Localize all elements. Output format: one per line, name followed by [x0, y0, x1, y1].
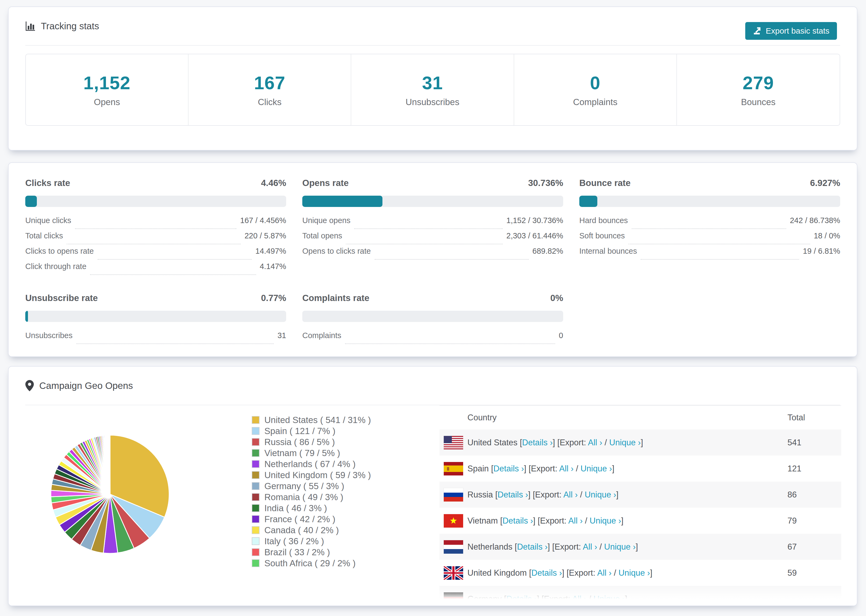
export-all-link[interactable]: All › — [583, 542, 597, 552]
details-link[interactable]: Details › — [522, 438, 553, 447]
legend-item: Romania ( 49 / 3% ) — [252, 492, 371, 503]
details-link[interactable]: Details › — [502, 516, 533, 525]
export-unique-link[interactable]: Unique › — [604, 542, 636, 552]
bracket: ] — [650, 568, 652, 578]
export-unique-link[interactable]: Unique › — [585, 490, 616, 499]
export-label: [Export: — [552, 542, 583, 552]
rate-title: Unsubscribe rate — [25, 293, 98, 303]
export-all-link[interactable]: All › — [568, 516, 583, 525]
export-label: [Export: — [542, 594, 572, 603]
rate-progress-bar — [25, 196, 286, 207]
rate-detail-label: Total opens — [302, 231, 342, 240]
geo-table-row-vn: Vietnam [Details ›] [Export: All › / Uni… — [439, 508, 841, 534]
es-flag-icon — [444, 462, 463, 475]
country-name: Vietnam — [468, 516, 500, 525]
dotted-leader — [67, 244, 241, 244]
dotted-leader — [76, 344, 274, 344]
geo-header: Campaign Geo Opens — [25, 366, 840, 405]
rate-block-clicks-rate: Clicks rate4.46%Unique clicks167 / 4.456… — [25, 163, 286, 278]
tracking-stats-header: Tracking stats — [25, 7, 840, 46]
geo-country-table: Country Total United States [Details ›] … — [439, 405, 841, 606]
rate-value: 30.736% — [528, 178, 563, 188]
export-all-link[interactable]: All › — [588, 438, 602, 447]
legend-swatch — [252, 438, 260, 446]
legend-label: Germany ( 55 / 3% ) — [265, 481, 344, 491]
rate-block-unsubscribe-rate: Unsubscribe rate0.77%Unsubscribes31 — [25, 278, 286, 346]
summary-stat-label: Unsubscribes — [406, 97, 459, 107]
geo-table-row-es: Spain [Details ›] [Export: All › / Uniqu… — [439, 456, 841, 482]
export-label: [Export: — [538, 516, 568, 525]
details-link[interactable]: Details › — [506, 594, 537, 603]
rate-detail-row: Unique opens1,152 / 30.736% — [302, 216, 563, 231]
rate-detail-value: 689.82% — [532, 247, 564, 256]
export-unique-link[interactable]: Unique › — [589, 516, 621, 525]
legend-swatch — [252, 449, 260, 457]
export-all-link[interactable]: All › — [564, 490, 578, 499]
legend-item: Netherlands ( 67 / 4% ) — [252, 459, 371, 470]
rate-progress-bar — [25, 311, 286, 322]
rate-detail-value: 1,152 / 30.736% — [506, 216, 563, 225]
legend-swatch — [252, 460, 260, 468]
geo-pie-chart[interactable] — [47, 431, 173, 558]
legend-swatch — [252, 482, 260, 490]
rate-detail-value: 0 — [559, 331, 563, 340]
rate-title: Bounce rate — [579, 178, 631, 188]
legend-swatch — [252, 471, 260, 479]
country-total: 67 — [787, 542, 841, 552]
details-link[interactable]: Details › — [531, 568, 562, 578]
rate-detail-row: Unique clicks167 / 4.456% — [25, 216, 286, 231]
export-all-link[interactable]: All › — [572, 594, 586, 603]
legend-label: United States ( 541 / 31% ) — [265, 415, 371, 425]
country-total: 86 — [787, 490, 841, 500]
summary-stat-unsubscribes: 31Unsubscribes — [351, 54, 514, 125]
legend-item: India ( 46 / 3% ) — [252, 503, 371, 514]
dotted-leader — [90, 274, 256, 275]
rate-block-bounce-rate: Bounce rate6.927%Hard bounces242 / 86.73… — [579, 163, 840, 278]
geo-content: United States ( 541 / 31% )Spain ( 121 /… — [25, 405, 840, 604]
rate-detail-label: Unsubscribes — [25, 331, 72, 340]
details-link[interactable]: Details › — [517, 542, 548, 552]
summary-stat-value: 1,152 — [83, 72, 131, 93]
pie-slice[interactable] — [110, 435, 110, 494]
country-name: Netherlands — [468, 542, 515, 552]
geo-table-row-us: United States [Details ›] [Export: All ›… — [439, 429, 841, 456]
legend-item: Brazil ( 33 / 2% ) — [252, 547, 371, 558]
legend-label: Netherlands ( 67 / 4% ) — [265, 459, 356, 469]
legend-swatch — [252, 504, 260, 512]
geo-table-row-de: Germany [Details ›] [Export: All › / Uni… — [439, 586, 841, 606]
export-unique-link[interactable]: Unique › — [594, 594, 625, 603]
export-label: [Export: — [529, 464, 559, 473]
de-flag-icon — [444, 592, 463, 606]
legend-item: South Africa ( 29 / 2% ) — [252, 558, 371, 569]
dotted-leader — [375, 259, 529, 259]
geo-table-row-ru: Russia [Details ›] [Export: All › / Uniq… — [439, 482, 841, 508]
legend-swatch — [252, 548, 260, 556]
rate-detail-label: Unique clicks — [25, 216, 71, 225]
export-all-link[interactable]: All › — [597, 568, 611, 578]
rate-detail-row: Total opens2,303 / 61.446% — [302, 231, 563, 247]
geo-title: Campaign Geo Opens — [39, 380, 133, 391]
export-unique-link[interactable]: Unique › — [619, 568, 650, 578]
summary-stat-clicks: 167Clicks — [189, 54, 351, 125]
export-basic-stats-button[interactable]: Export basic stats — [745, 22, 837, 40]
legend-item: Canada ( 40 / 2% ) — [252, 525, 371, 536]
bracket: [ — [504, 594, 506, 603]
details-link[interactable]: Details › — [493, 464, 524, 473]
rate-detail-value: 19 / 6.81% — [803, 247, 840, 256]
separator: / — [583, 516, 589, 525]
rate-detail-value: 242 / 86.738% — [790, 216, 840, 225]
legend-swatch — [252, 559, 260, 567]
summary-stat-complaints: 0Complaints — [514, 54, 677, 125]
details-link[interactable]: Details › — [498, 490, 528, 499]
rate-block-opens-rate: Opens rate30.736%Unique opens1,152 / 30.… — [302, 163, 563, 278]
country-name: Germany — [468, 594, 504, 603]
export-unique-link[interactable]: Unique › — [580, 464, 612, 473]
rate-detail-value: 167 / 4.456% — [240, 216, 286, 225]
export-unique-link[interactable]: Unique › — [609, 438, 641, 447]
rate-detail-row: Soft bounces18 / 0% — [579, 231, 840, 247]
export-all-link[interactable]: All › — [559, 464, 573, 473]
rate-detail-label: Soft bounces — [579, 231, 625, 240]
bracket: ] — [616, 490, 619, 499]
legend-swatch — [252, 526, 260, 534]
country-total: 59 — [787, 568, 841, 578]
